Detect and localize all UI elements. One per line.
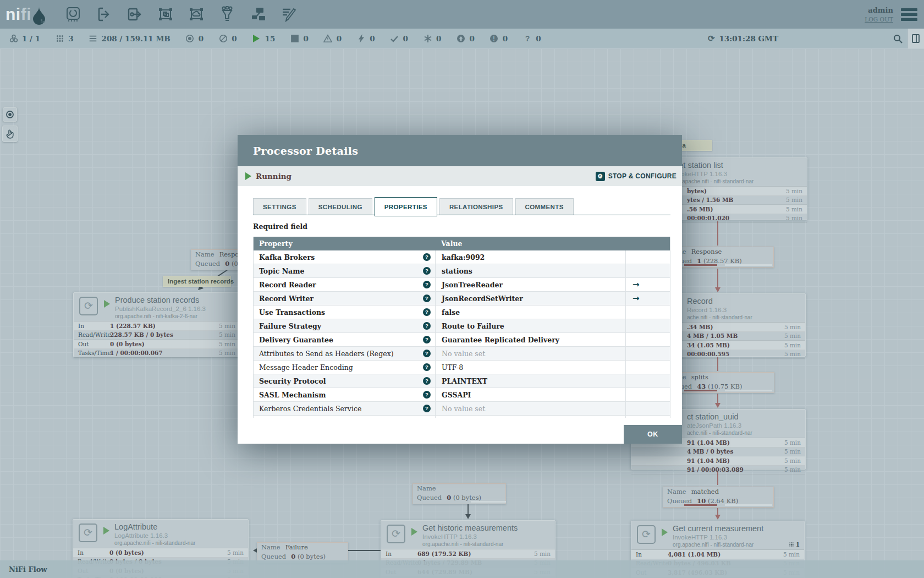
goto-cell [625, 250, 670, 264]
running-icon [662, 528, 668, 536]
status-count: 0 [469, 34, 474, 43]
status-count: 15 [265, 34, 276, 43]
property-value[interactable]: false [435, 306, 625, 319]
help-icon[interactable]: ? [423, 253, 431, 261]
nifi-logo: nifi [6, 0, 45, 29]
nifi-drop-icon [33, 7, 45, 25]
tab-settings[interactable]: SETTINGS [253, 198, 306, 215]
property-row[interactable]: Delivery Guarantee?Guarantee Replicated … [254, 333, 670, 347]
tab-comments[interactable]: COMMENTS [515, 198, 574, 215]
connection-label-response-top-left[interactable]: NameResponseQueued0 (0 bytes) [191, 249, 245, 270]
property-name: Failure Strategy? [254, 319, 435, 332]
property-row[interactable]: Topic Name?stations [254, 264, 670, 278]
processor-bundle: org.apache.nifi - nifi-standard-nar [673, 178, 754, 184]
property-value[interactable]: PLAINTEXT [435, 374, 625, 388]
properties-table: Property Value Kafka Brokers?kafka:9092T… [253, 237, 670, 418]
stat-row: 4 MB / 0 bytes5 min [631, 448, 805, 457]
processor-icon[interactable] [65, 6, 81, 23]
property-row[interactable]: Failure Strategy?Route to Failure [254, 319, 670, 333]
process-group-icon[interactable] [157, 6, 174, 23]
template-icon[interactable] [250, 6, 266, 23]
goto-cell [625, 416, 670, 418]
tab-scheduling[interactable]: SCHEDULING [309, 198, 372, 215]
connection-label-queued-above-historic[interactable]: NameQueued0 (0 bytes) [413, 483, 506, 504]
help-icon[interactable]: ? [423, 267, 431, 275]
processor-icon: ⟳ [79, 297, 98, 315]
property-value[interactable]: JsonRecordSetWriter [435, 292, 625, 305]
output-port-icon[interactable] [127, 6, 143, 23]
processor-details-dialog: Processor Details Running ⚙ STOP & CONFI… [238, 135, 682, 444]
status-count: 0 [199, 34, 204, 43]
property-value[interactable]: kafka:9092 [435, 250, 625, 264]
panel-toggle-icon[interactable] [908, 29, 924, 48]
birdseye-palette[interactable] [3, 107, 17, 122]
property-row[interactable]: Use Transactions?false [254, 306, 670, 319]
property-value[interactable]: JsonTreeReader [435, 278, 625, 291]
logout-link[interactable]: LOG OUT [865, 16, 893, 23]
stat-row: Read/Write228.57 KB / 0 bytes5 min [74, 331, 240, 340]
property-row[interactable]: Attributes to Send as Headers (Regex)?No… [254, 347, 670, 361]
goto-service-icon[interactable]: → [632, 280, 640, 290]
property-row[interactable]: Kafka Brokers?kafka:9092 [254, 250, 670, 264]
property-row[interactable]: Record Writer?JsonRecordSetWriter→ [254, 292, 670, 306]
hand-palette[interactable] [2, 126, 18, 142]
property-row[interactable]: Record Reader?JsonTreeReader→ [254, 278, 670, 292]
property-value[interactable]: No value set [435, 347, 625, 360]
tab-properties[interactable]: PROPERTIES [375, 197, 437, 216]
property-row[interactable]: Kerberos Credentials Service?No value se… [254, 402, 670, 416]
status-cluster: 1 / 1 [9, 34, 40, 43]
help-icon[interactable]: ? [423, 350, 431, 357]
component-toolbar [65, 6, 297, 23]
help-icon[interactable]: ? [423, 322, 431, 330]
processor-title: ct station_uuid [687, 412, 739, 421]
goto-cell [625, 333, 670, 346]
help-icon[interactable]: ? [423, 308, 431, 316]
property-value[interactable]: Guarantee Replicated Delivery [435, 333, 625, 346]
goto-cell [625, 374, 670, 388]
remote-process-group-icon[interactable] [188, 6, 205, 23]
property-row[interactable]: Kerberos User Service?No value set [254, 416, 670, 418]
current-user: admin [865, 6, 893, 14]
processor-title: Record [687, 297, 713, 306]
property-value[interactable]: No value set [435, 416, 625, 418]
processor-type: LogAttribute 1.16.3 [114, 532, 168, 539]
stop-and-configure-button[interactable]: ⚙ STOP & CONFIGURE [596, 172, 676, 181]
dialog-tabs: SETTINGSSCHEDULINGPROPERTIESRELATIONSHIP… [253, 197, 670, 215]
stat-row: Tasks/Time1 / 00:00:00.0675 min [74, 349, 240, 358]
property-row[interactable]: Security Protocol?PLAINTEXT [254, 374, 670, 388]
stat-row: Out0 (0 bytes)5 min [74, 340, 240, 349]
help-icon[interactable]: ? [423, 377, 431, 385]
up-to-date-icon [390, 34, 399, 43]
input-port-icon[interactable] [96, 6, 112, 23]
property-row[interactable]: SASL Mechanism?GSSAPI [254, 388, 670, 402]
help-icon[interactable]: ? [423, 405, 431, 412]
refresh-icon[interactable]: ⟳ [708, 34, 715, 43]
property-row[interactable]: Message Header Encoding?UTF-8 [254, 361, 670, 374]
processor-produce-station-records[interactable]: ⟳Produce station recordsPublishKafkaReco… [73, 292, 240, 357]
property-value[interactable]: Route to Failure [435, 319, 625, 332]
help-icon[interactable]: ? [423, 391, 431, 399]
app-header: nifi admin LOG OUT [0, 0, 924, 29]
tab-relationships[interactable]: RELATIONSHIPS [439, 198, 513, 215]
property-value[interactable]: GSSAPI [435, 388, 625, 401]
breadcrumb[interactable]: NiFi Flow [0, 560, 924, 578]
goto-service-icon[interactable]: → [632, 293, 640, 303]
help-icon[interactable]: ? [423, 281, 431, 288]
canvas-label-ingest-station-records[interactable]: Ingest station records [163, 276, 231, 287]
property-value[interactable]: UTF-8 [435, 361, 625, 374]
processor-icon: ⟳ [79, 524, 97, 542]
connection-label-matched[interactable]: NamematchedQueued10 (2.64 KB) [663, 487, 774, 508]
global-menu-icon[interactable] [901, 6, 917, 23]
property-value[interactable]: No value set [435, 402, 625, 415]
property-name: Record Writer? [254, 292, 435, 305]
status-locally-modified: 0 [423, 34, 441, 43]
help-icon[interactable]: ? [423, 336, 431, 343]
label-icon[interactable] [280, 6, 297, 23]
search-icon[interactable] [888, 34, 907, 43]
help-icon[interactable]: ? [423, 295, 431, 302]
property-name: Kerberos User Service? [254, 416, 435, 418]
funnel-icon[interactable] [219, 6, 235, 23]
help-icon[interactable]: ? [423, 363, 431, 371]
ok-button[interactable]: OK [624, 425, 682, 444]
property-value[interactable]: stations [435, 264, 625, 277]
